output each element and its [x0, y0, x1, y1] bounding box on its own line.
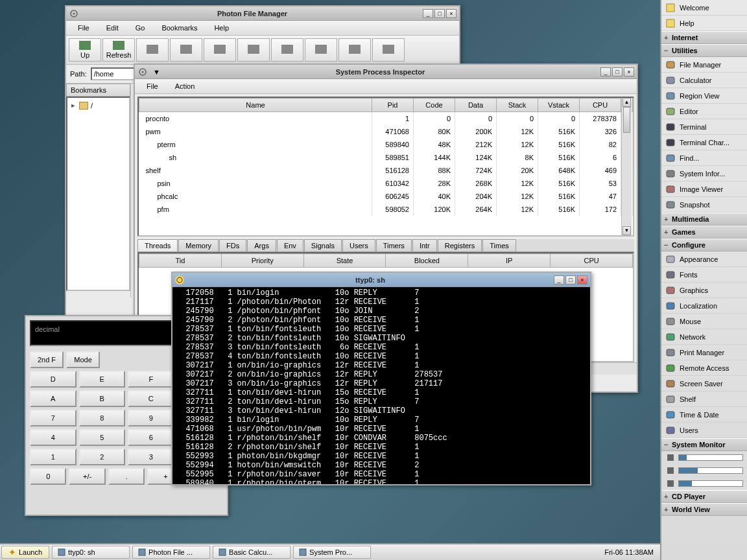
table-row[interactable]: pwm47106880K200K12K516K326	[139, 125, 633, 138]
calc-button-e[interactable]: E	[79, 371, 126, 388]
shelf-item-snapshot[interactable]: Snapshot	[661, 197, 747, 213]
maximize-icon[interactable]: □	[565, 275, 576, 285]
calc-button-f[interactable]: F	[128, 371, 174, 388]
tool-button[interactable]	[305, 38, 337, 62]
shelf-item-localization[interactable]: Localization	[661, 298, 747, 314]
maximize-icon[interactable]: □	[434, 9, 445, 18]
shelf-item-welcome[interactable]: Welcome	[661, 0, 747, 16]
tool-button[interactable]	[136, 38, 169, 62]
calc-button-c[interactable]: C	[128, 390, 174, 407]
shelf-item-filemanager[interactable]: File Manager	[661, 57, 747, 73]
shelf-item-screensaver[interactable]: Screen Saver	[661, 376, 747, 391]
tab-threads[interactable]: Threads	[137, 239, 178, 251]
minimize-icon[interactable]: _	[600, 67, 611, 76]
table-row[interactable]: shelf51612888K724K20K648K469	[139, 164, 633, 177]
terminal-output[interactable]: 172058 1 bin/login 10o REPLY 7 217117 1 …	[172, 287, 590, 484]
calc-button-9[interactable]: 9	[128, 410, 174, 426]
mode-button[interactable]: Mode	[66, 351, 100, 368]
table-row[interactable]: sh589851144K124K8K516K6	[139, 151, 633, 164]
column-header[interactable]: Data	[455, 99, 497, 112]
table-row[interactable]: procnto10000278378	[139, 112, 633, 126]
menu-go[interactable]: Go	[128, 22, 153, 34]
tab-users[interactable]: Users	[342, 239, 375, 251]
calc-button-0[interactable]: 0	[30, 468, 66, 485]
calc-button-8[interactable]: 8	[79, 410, 126, 426]
close-icon[interactable]: ×	[577, 275, 587, 285]
tab-env[interactable]: Env	[277, 239, 303, 251]
column-header[interactable]: Name	[139, 99, 372, 112]
column-header[interactable]: State	[303, 254, 386, 268]
table-row[interactable]: pfm598052120K264K12K516K172	[139, 203, 633, 216]
shelf-item-terminal[interactable]: Terminal	[661, 119, 747, 135]
table-row[interactable]: pterm58984048K212K12K516K82	[139, 138, 633, 151]
expand-icon[interactable]: ▸	[70, 101, 77, 110]
column-header[interactable]: CPU	[580, 99, 621, 112]
calc-button-3[interactable]: 3	[128, 449, 174, 465]
column-header[interactable]: Stack	[497, 99, 538, 112]
shelf-item-imageviewer[interactable]: Image Viewer	[661, 181, 747, 197]
tool-button[interactable]	[271, 38, 303, 62]
column-header[interactable]: Priority	[221, 254, 303, 268]
calc-button-4[interactable]: 4	[30, 429, 77, 446]
menu-file[interactable]: File	[139, 80, 166, 92]
calc-button-7[interactable]: 7	[30, 410, 77, 426]
refresh-button[interactable]: Refresh	[102, 38, 135, 62]
shelf-item-fonts[interactable]: Fonts	[661, 267, 747, 283]
shelf-item-remoteaccess[interactable]: Remote Access	[661, 360, 747, 376]
gear-icon[interactable]	[137, 67, 148, 77]
menu-edit[interactable]: Edit	[99, 22, 126, 34]
scrollbar[interactable]: ▲ ▼	[621, 98, 632, 235]
cd-player-header[interactable]: CD Player	[661, 490, 747, 503]
shelf-group-utilities[interactable]: Utilities	[661, 44, 747, 57]
table-row[interactable]: phcalc60624540K204K12K516K47	[139, 190, 633, 203]
world-view-header[interactable]: World View	[661, 503, 747, 516]
tool-button[interactable]	[372, 38, 405, 62]
shelf-item-printmanager[interactable]: Print Manager	[661, 345, 747, 360]
scroll-up-icon[interactable]: ▲	[622, 98, 631, 107]
process-inspector-titlebar[interactable]: ▼ System Process Inspector _ □ ×	[135, 65, 637, 79]
tab-intr[interactable]: Intr	[412, 239, 437, 251]
minimize-icon[interactable]: _	[554, 275, 564, 285]
gear-icon[interactable]	[69, 8, 79, 19]
gear-icon[interactable]	[175, 275, 184, 285]
shelf-item-find[interactable]: Find...	[661, 150, 747, 166]
taskbar-task[interactable]: Basic Calcu...	[213, 546, 290, 559]
shelf-item-help[interactable]: Help	[661, 16, 747, 31]
scroll-thumb[interactable]	[623, 107, 630, 133]
taskbar-task[interactable]: ttyp0: sh	[52, 546, 130, 559]
shelf-item-systeminfor[interactable]: System Infor...	[661, 166, 747, 181]
column-header[interactable]: IP	[468, 254, 551, 268]
menu-help[interactable]: Help	[206, 22, 237, 34]
shelf-group-configure[interactable]: Configure	[661, 239, 747, 251]
launch-button[interactable]: ✦ Launch	[1, 546, 49, 559]
shelf-item-regionview[interactable]: Region View	[661, 88, 747, 104]
system-monitor-header[interactable]: System Monitor	[661, 438, 747, 451]
scroll-down-icon[interactable]: ▼	[622, 226, 631, 235]
tool-button[interactable]	[338, 38, 371, 62]
calc-button-2[interactable]: 2	[79, 449, 126, 465]
column-header[interactable]: Blocked	[386, 254, 468, 268]
calc-button-b[interactable]: B	[79, 390, 126, 407]
column-header[interactable]: Tid	[139, 254, 222, 268]
menu-bookmarks[interactable]: Bookmarks	[154, 22, 205, 34]
file-manager-titlebar[interactable]: Photon File Manager _ □ ×	[66, 6, 459, 21]
shelf-group-games[interactable]: Games	[661, 226, 747, 239]
shelf-item-appearance[interactable]: Appearance	[661, 251, 747, 267]
shelf-item-network[interactable]: Network	[661, 329, 747, 345]
maximize-icon[interactable]: □	[612, 67, 622, 76]
taskbar-task[interactable]: Photon File ...	[132, 546, 210, 559]
calc-button-[interactable]: .	[108, 468, 145, 485]
calc-button-a[interactable]: A	[30, 390, 77, 407]
tree-root[interactable]: ▸ /	[70, 100, 126, 110]
tool-button[interactable]	[204, 38, 236, 62]
shelf-item-graphics[interactable]: Graphics	[661, 283, 747, 298]
shelf-item-shelf[interactable]: Shelf	[661, 391, 747, 407]
shelf-item-editor[interactable]: Editor	[661, 104, 747, 119]
tab-signals[interactable]: Signals	[304, 239, 342, 251]
column-header[interactable]: CPU	[551, 254, 633, 268]
column-header[interactable]: Vstack	[538, 99, 580, 112]
tab-memory[interactable]: Memory	[178, 239, 219, 251]
terminal-titlebar[interactable]: ttyp0: sh _ □ ×	[172, 273, 590, 287]
tab-fds[interactable]: FDs	[219, 239, 246, 251]
tool-button[interactable]	[170, 38, 202, 62]
